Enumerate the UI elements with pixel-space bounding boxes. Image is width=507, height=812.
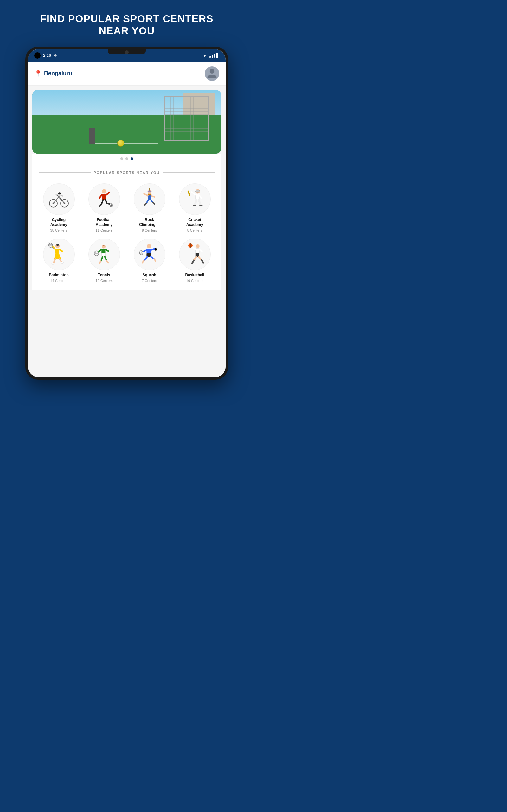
sport-circle-tennis [89,239,120,270]
sport-name-rock-climbing: RockClimbing ... [139,217,160,227]
sport-centers-squash: 7 Centers [142,279,157,283]
svg-line-84 [144,257,147,260]
svg-line-42 [195,200,196,205]
sport-circle-cricket [179,183,211,215]
sport-name-basketball: Basketball [185,273,204,278]
carousel-dot-2[interactable] [125,157,128,160]
status-time: 2:16 [43,53,51,58]
svg-line-23 [107,203,110,204]
sport-item-squash[interactable]: Squash 7 Centers [127,236,171,285]
sport-item-rock-climbing[interactable]: RockClimbing ... 9 Centers [127,181,171,235]
carousel-dot-3[interactable] [130,157,133,160]
cyclist-figure [46,187,72,212]
svg-line-85 [142,260,144,263]
sport-item-basketball[interactable]: Basketball 10 Centers [173,236,217,285]
sport-circle-squash [134,239,165,270]
sport-item-football[interactable]: FootballAcademy 11 Centers [82,181,126,235]
sport-circle-badminton [43,239,75,270]
svg-point-44 [193,205,196,206]
svg-point-59 [51,263,54,264]
location-label: Bengaluru [44,70,72,77]
sport-circle-cycling [43,183,75,215]
svg-line-36 [153,202,154,204]
svg-line-94 [199,249,202,252]
location-pin-icon: 📍 [34,70,42,78]
sport-name-tennis: Tennis [98,273,110,278]
page-title: FIND POPULAR SPORT CENTERS NEAR YOU [21,0,233,47]
svg-rect-40 [187,190,190,196]
sport-name-cycling: CyclingAcademy [50,217,67,227]
svg-point-60 [61,262,64,263]
svg-line-91 [192,247,195,249]
sport-centers-basketball: 10 Centers [186,279,204,283]
svg-line-14 [59,195,62,196]
popular-sports-header: POPULAR SPORTS NEAR YOU [32,165,221,177]
svg-line-41 [199,195,202,198]
sport-centers-tennis: 12 Centers [96,279,113,283]
sports-grid: CyclingAcademy 38 Centers [32,177,221,290]
tennis-figure [92,242,117,267]
carousel-dot-1[interactable] [120,157,123,160]
device-screen: 2:16 ⚙ ▼ ▌ 📍 Bengaluru [28,49,226,377]
svg-rect-17 [102,194,107,200]
camera-dot [34,52,41,59]
svg-point-48 [56,244,59,246]
badminton-figure [46,242,72,267]
svg-line-72 [99,261,101,263]
section-divider-right [163,172,215,172]
svg-point-89 [195,244,199,248]
svg-line-21 [100,204,101,206]
sport-centers-football: 11 Centers [96,229,113,232]
sport-item-badminton[interactable]: Badminton 14 Centers [37,236,81,285]
sport-circle-football [89,183,120,215]
sport-name-squash: Squash [143,273,156,278]
hero-banner [32,90,221,154]
svg-line-74 [107,260,108,263]
svg-line-69 [105,249,108,251]
user-avatar[interactable] [205,66,219,81]
sport-circle-basketball [179,239,211,270]
squash-figure [137,242,162,267]
svg-line-43 [199,200,200,205]
app-content: 📍 Bengaluru [28,62,226,377]
climber-figure [137,187,162,212]
cricketer-figure [182,187,208,212]
svg-point-45 [199,205,203,206]
svg-line-18 [99,195,102,198]
sport-centers-cricket: 8 Centers [187,229,203,232]
sport-item-cricket[interactable]: CricketAcademy 8 Centers [173,181,217,235]
svg-line-63 [98,249,101,252]
svg-line-87 [154,259,156,261]
section-divider-left [39,172,91,172]
sport-circle-rock-climbing [134,183,165,215]
svg-line-39 [191,192,195,195]
sport-centers-cycling: 38 Centers [50,229,67,232]
battery-icon: ▌ [216,53,219,58]
svg-rect-76 [147,249,151,254]
section-title: POPULAR SPORTS NEAR YOU [94,171,160,174]
svg-point-88 [154,248,157,251]
svg-line-65 [95,252,98,254]
svg-line-56 [59,249,62,251]
device-frame: 2:16 ⚙ ▼ ▌ 📍 Bengaluru [25,47,228,380]
sport-centers-badminton: 14 Centers [50,279,67,283]
svg-line-77 [143,250,147,252]
device-camera [125,50,129,54]
svg-line-34 [145,203,146,205]
sport-centers-rock-climbing: 9 Centers [142,229,157,232]
svg-line-57 [53,259,55,263]
sport-name-badminton: Badminton [49,273,69,278]
carousel-dots [37,154,217,164]
svg-line-20 [101,200,103,204]
svg-line-97 [192,260,193,263]
svg-line-19 [107,192,109,195]
signal-icon [209,53,215,58]
sport-item-tennis[interactable]: Tennis 12 Centers [82,236,126,285]
location-area[interactable]: 📍 Bengaluru [34,70,72,78]
sport-name-football: FootballAcademy [96,217,112,227]
svg-line-82 [151,249,154,250]
sport-name-cricket: CricketAcademy [186,217,203,227]
footballer-figure [92,187,117,212]
sport-item-cycling[interactable]: CyclingAcademy 38 Centers [37,181,81,235]
status-icons: ▼ ▌ [203,53,219,58]
